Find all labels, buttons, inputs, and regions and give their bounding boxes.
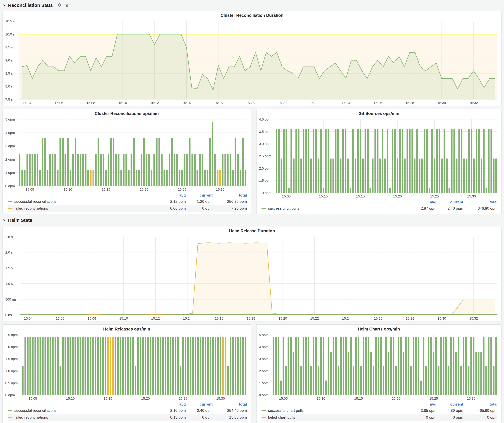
svg-text:2.0 opm: 2.0 opm bbox=[259, 166, 271, 170]
legend-sort-current[interactable]: current bbox=[436, 200, 463, 204]
helm-release-duration-chart[interactable]: 15:0415:0615:0815:1015:1215:1415:1615:18… bbox=[5, 235, 499, 321]
svg-text:8.0 s: 8.0 s bbox=[5, 84, 13, 88]
legend-sort-avg[interactable]: avg bbox=[409, 402, 436, 406]
svg-text:15:06: 15:06 bbox=[54, 101, 63, 105]
section-row-helm-stats[interactable]: Helm Stats bbox=[2, 216, 32, 224]
svg-text:15:20: 15:20 bbox=[278, 101, 287, 105]
svg-text:2.0 opm: 2.0 opm bbox=[5, 345, 18, 349]
svg-text:15:04: 15:04 bbox=[23, 101, 31, 105]
legend-current-value: 1.20 opm bbox=[186, 199, 213, 204]
legend-sort-avg[interactable]: avg bbox=[159, 193, 186, 197]
git-sources-ops-chart[interactable]: 15:0515:1015:1515:2015:2515:304.0 opm3.5… bbox=[258, 118, 499, 199]
panel-title[interactable]: Git Sources ops/min bbox=[257, 109, 501, 117]
panel-title[interactable]: Helm Charts ops/min bbox=[257, 325, 501, 332]
svg-text:15:32: 15:32 bbox=[469, 317, 478, 320]
svg-text:15:12: 15:12 bbox=[151, 317, 160, 320]
legend-sort-total[interactable]: total bbox=[463, 200, 498, 204]
svg-text:3.0 opm: 3.0 opm bbox=[259, 142, 271, 146]
svg-text:9.5 s: 9.5 s bbox=[5, 45, 13, 49]
svg-text:3 opm: 3 opm bbox=[259, 357, 269, 361]
svg-text:15:04: 15:04 bbox=[24, 317, 32, 320]
svg-text:8.5 s: 8.5 s bbox=[5, 71, 13, 75]
svg-text:1.0 opm: 1.0 opm bbox=[5, 369, 18, 373]
chevron-down-icon[interactable] bbox=[2, 218, 6, 222]
legend-series-toggle[interactable]: successful reconciliations bbox=[8, 408, 159, 413]
svg-text:15:30: 15:30 bbox=[437, 101, 446, 105]
svg-text:2.5 opm: 2.5 opm bbox=[259, 154, 271, 158]
chart-svg: 15:0515:1015:1515:2015:2515:305 opm4 opm… bbox=[258, 333, 499, 401]
series-swatch bbox=[262, 208, 266, 209]
legend-sort-total[interactable]: total bbox=[213, 402, 247, 406]
gear-icon[interactable]: ⚙ bbox=[58, 3, 61, 7]
legend-total-value: 465.60 opm bbox=[463, 408, 498, 413]
legend-series-label: failed reconciliations bbox=[14, 206, 48, 211]
panel-title[interactable]: Helm Release Duration bbox=[3, 226, 501, 234]
svg-text:4 opm: 4 opm bbox=[5, 131, 15, 135]
chevron-down-icon[interactable] bbox=[2, 3, 6, 7]
chart-svg: 15:0515:1015:1515:2015:2515:304.0 opm3.5… bbox=[258, 118, 499, 199]
helm-charts-ops-chart[interactable]: 15:0515:1015:1515:2015:2515:305 opm4 opm… bbox=[258, 333, 499, 401]
legend-sort-total[interactable]: total bbox=[213, 193, 247, 197]
svg-text:15:10: 15:10 bbox=[119, 101, 127, 105]
legend-sort-current[interactable]: current bbox=[436, 402, 463, 406]
legend: avg current total successful reconciliat… bbox=[3, 401, 251, 423]
svg-text:15:24: 15:24 bbox=[342, 101, 350, 105]
legend-series-toggle[interactable]: successful git pulls bbox=[262, 206, 409, 211]
panel-title[interactable]: Cluster Reconciliation Duration bbox=[3, 11, 501, 19]
legend-row: failed reconciliations 0.06 opm 0 opm 7.… bbox=[8, 205, 247, 212]
svg-text:15:25: 15:25 bbox=[430, 194, 439, 198]
panel-title[interactable]: Cluster Reconciliations ops/min bbox=[3, 109, 251, 117]
svg-text:15:15: 15:15 bbox=[102, 188, 110, 191]
legend-row: successful reconciliations 2.10 opm 2.40… bbox=[8, 407, 247, 414]
legend-avg-value: 0.13 opm bbox=[159, 415, 186, 420]
svg-text:15:14: 15:14 bbox=[182, 101, 191, 105]
legend-series-label: successful reconciliations bbox=[14, 199, 57, 204]
svg-text:10.0 s: 10.0 s bbox=[5, 32, 15, 36]
legend-current-value: 4.80 opm bbox=[436, 408, 463, 413]
legend-total-value: 256.80 opm bbox=[213, 199, 247, 204]
svg-text:500 ms: 500 ms bbox=[5, 298, 17, 301]
legend-series-toggle[interactable]: failed reconciliations bbox=[8, 206, 159, 211]
svg-text:5 opm: 5 opm bbox=[5, 118, 15, 121]
legend-avg-value: 3.85 opm bbox=[409, 408, 436, 413]
svg-text:15:28: 15:28 bbox=[406, 317, 414, 320]
svg-text:15:18: 15:18 bbox=[246, 101, 254, 105]
legend-current-value: 0 opm bbox=[186, 206, 213, 211]
legend-series-label: successful git pulls bbox=[268, 206, 299, 211]
legend-series-toggle[interactable]: failed chart pulls bbox=[262, 415, 409, 420]
svg-text:1 opm: 1 opm bbox=[259, 381, 269, 385]
legend-avg-value: 2.10 opm bbox=[159, 408, 186, 413]
series-swatch bbox=[8, 208, 12, 209]
legend-current-value: 2.40 opm bbox=[436, 206, 463, 211]
svg-text:0 ns: 0 ns bbox=[5, 313, 12, 317]
cluster-reconciliation-duration-chart[interactable]: 15:0415:0615:0815:1015:1215:1415:1615:18… bbox=[5, 19, 499, 106]
legend-sort-avg[interactable]: avg bbox=[409, 200, 436, 204]
cluster-reconciliations-ops-chart[interactable]: 15:0515:1015:1515:2015:2515:305 opm4 opm… bbox=[5, 118, 249, 192]
series-swatch bbox=[262, 410, 266, 411]
legend-series-toggle[interactable]: successful reconciliations bbox=[8, 199, 159, 204]
panel-title[interactable]: Helm Releases ops/min bbox=[3, 325, 251, 332]
svg-text:15:15: 15:15 bbox=[104, 397, 112, 400]
legend-sort-current[interactable]: current bbox=[186, 193, 213, 197]
legend-current-value: 0 opm bbox=[186, 415, 213, 420]
svg-text:15:32: 15:32 bbox=[469, 101, 478, 105]
svg-text:15:30: 15:30 bbox=[216, 397, 225, 400]
legend-sort-current[interactable]: current bbox=[186, 402, 213, 406]
svg-text:1.5 opm: 1.5 opm bbox=[5, 357, 18, 361]
svg-text:7.5 s: 7.5 s bbox=[5, 98, 13, 101]
svg-text:15:14: 15:14 bbox=[183, 317, 192, 320]
chart-svg: 15:0515:1015:1515:2015:2515:302.5 opm2.0… bbox=[5, 333, 249, 401]
svg-text:15:30: 15:30 bbox=[467, 397, 475, 400]
svg-text:4.0 opm: 4.0 opm bbox=[259, 118, 271, 121]
legend-series-toggle[interactable]: failed reconciliations bbox=[8, 415, 159, 420]
helm-releases-ops-chart[interactable]: 15:0515:1015:1515:2015:2515:302.5 opm2.0… bbox=[5, 333, 249, 401]
svg-text:15:20: 15:20 bbox=[278, 317, 287, 320]
legend-series-toggle[interactable]: successful chart pulls bbox=[262, 408, 409, 413]
legend-sort-avg[interactable]: avg bbox=[159, 402, 186, 406]
legend-sort-total[interactable]: total bbox=[463, 402, 498, 406]
svg-text:3.5 opm: 3.5 opm bbox=[259, 130, 271, 134]
trash-icon[interactable] bbox=[65, 3, 69, 7]
svg-text:15:25: 15:25 bbox=[179, 397, 187, 400]
legend-header: avg current total bbox=[8, 401, 247, 407]
section-row-reconciliation-stats[interactable]: Reconciliation Stats ⚙ bbox=[2, 1, 69, 9]
